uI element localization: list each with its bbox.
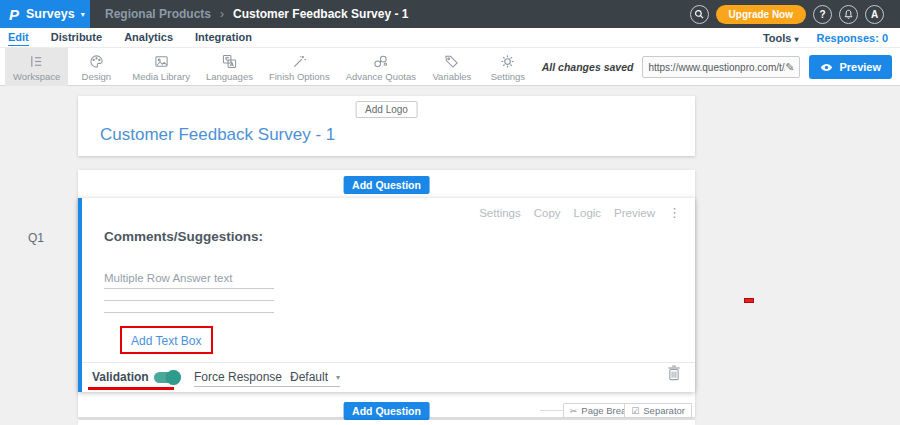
topbar-actions: Upgrade Now ? A <box>690 0 884 28</box>
questionpro-survey-editor: P Surveys ▾ Regional Products › Customer… <box>0 0 900 425</box>
toolbar-item-label: Workspace <box>13 71 60 82</box>
help-button[interactable]: ? <box>813 5 832 24</box>
toolbar-item-media-library[interactable]: Media Library <box>124 48 198 86</box>
palette-icon <box>89 54 104 69</box>
responses-count-link[interactable]: Responses: 0 <box>816 32 888 44</box>
force-response-dropdown[interactable]: Force Response ▾ <box>194 370 294 387</box>
toolbar-item-settings[interactable]: Settings <box>480 48 536 86</box>
toolbar-right: All changes saved ✎ Preview <box>542 48 892 86</box>
question-copy-link[interactable]: Copy <box>534 207 561 219</box>
red-annotation-dash <box>744 298 754 303</box>
toolbar-item-design[interactable]: Design <box>68 48 124 86</box>
question-preview-link[interactable]: Preview <box>614 207 655 219</box>
search-button[interactable] <box>690 5 709 24</box>
menu-tab-distribute[interactable]: Distribute <box>51 30 102 45</box>
menu-tab-edit[interactable]: Edit <box>8 30 29 46</box>
validation-annotation-underline <box>88 387 174 390</box>
magic-wand-icon <box>292 54 307 69</box>
preview-label: Preview <box>839 61 881 73</box>
answer-placeholder: Multiple Row Answer text <box>104 272 232 284</box>
topbar: P Surveys ▾ Regional Products › Customer… <box>0 0 900 28</box>
edit-url-pencil-icon[interactable]: ✎ <box>785 61 794 74</box>
question-menu: Settings Copy Logic Preview ⋮ <box>479 207 681 219</box>
breadcrumb-current: Customer Feedback Survey - 1 <box>233 7 408 21</box>
toolbar-item-label: Advance Quotas <box>346 71 416 82</box>
bell-icon <box>843 9 854 20</box>
validation-toggle[interactable] <box>154 372 179 383</box>
question-logic-link[interactable]: Logic <box>574 207 602 219</box>
toolbar-item-label: Design <box>82 71 112 82</box>
next-section-card-edge <box>78 420 695 425</box>
question-mark-icon: ? <box>819 9 825 20</box>
notifications-button[interactable] <box>839 5 858 24</box>
question-text[interactable]: Comments/Suggestions: <box>104 229 263 244</box>
caret-down-icon: ▾ <box>336 373 340 382</box>
workspace-icon <box>29 54 44 69</box>
trash-icon <box>667 365 681 381</box>
breadcrumb: Regional Products › Customer Feedback Su… <box>105 0 408 28</box>
tag-icon <box>444 54 459 69</box>
add-text-box-annotation-box: Add Text Box <box>120 326 213 354</box>
translate-icon <box>222 54 237 69</box>
question-card: Settings Copy Logic Preview ⋮ Comments/S… <box>78 198 695 392</box>
add-question-button-bottom[interactable]: Add Question <box>343 402 430 420</box>
force-response-label: Force Response <box>194 370 282 384</box>
more-options-icon[interactable]: ⋮ <box>668 207 681 219</box>
menu-tab-analytics[interactable]: Analytics <box>124 30 173 45</box>
answer-row-line <box>104 300 274 301</box>
answer-row-line <box>104 288 274 289</box>
toolbar-items: Workspace Design Media Library Languages… <box>5 48 536 86</box>
quota-links-icon <box>373 54 388 69</box>
menu-items: Edit Distribute Analytics Integration <box>8 28 252 47</box>
eye-icon <box>820 63 833 72</box>
save-status: All changes saved <box>542 61 634 73</box>
toolbar-item-label: Variables <box>432 71 471 82</box>
validation-label: Validation <box>92 370 149 384</box>
add-text-box-link[interactable]: Add Text Box <box>131 334 202 348</box>
question-section: Add Question Settings Copy Logic Preview… <box>78 170 695 417</box>
menubar-right: Tools ▾ Responses: 0 <box>763 28 888 47</box>
toolbar-item-variables[interactable]: Variables <box>424 48 480 86</box>
toolbar-item-finish-options[interactable]: Finish Options <box>261 48 338 86</box>
page-break-icon: ✂ <box>570 406 578 416</box>
account-avatar[interactable]: A <box>865 5 884 24</box>
breadcrumb-parent[interactable]: Regional Products <box>105 7 211 21</box>
survey-url-input[interactable] <box>648 62 785 73</box>
product-name: Surveys <box>26 7 75 21</box>
menubar: Edit Distribute Analytics Integration To… <box>0 28 900 47</box>
upgrade-now-button[interactable]: Upgrade Now <box>716 5 806 24</box>
separator-checkbox-icon: ☑ <box>631 406 639 416</box>
product-switcher[interactable]: P Surveys ▾ <box>0 0 90 28</box>
default-dropdown[interactable]: Default ▾ <box>290 370 340 387</box>
preview-button[interactable]: Preview <box>809 55 892 79</box>
delete-question-button[interactable] <box>667 365 681 384</box>
gear-icon <box>500 54 515 69</box>
tools-dropdown[interactable]: Tools ▾ <box>763 32 799 44</box>
caret-down-icon: ▾ <box>794 35 798 44</box>
toolbar-item-label: Finish Options <box>269 71 330 82</box>
toolbar-item-languages[interactable]: Languages <box>198 48 261 86</box>
add-question-button-top[interactable]: Add Question <box>343 176 430 194</box>
breadcrumb-separator-icon: › <box>220 7 224 21</box>
caret-down-icon: ▾ <box>81 10 85 19</box>
survey-url-field[interactable]: ✎ <box>642 56 800 78</box>
default-label: Default <box>290 370 328 384</box>
avatar-initial: A <box>871 9 878 20</box>
toolbar-item-advance-quotas[interactable]: Advance Quotas <box>338 48 424 86</box>
survey-title[interactable]: Customer Feedback Survey - 1 <box>100 125 335 145</box>
separator-label: Separator <box>643 405 685 416</box>
toggle-knob <box>166 370 181 385</box>
menu-tab-integration[interactable]: Integration <box>195 30 252 45</box>
survey-header-card: Add Logo Customer Feedback Survey - 1 <box>78 96 695 156</box>
add-logo-button[interactable]: Add Logo <box>355 101 418 118</box>
question-number-label: Q1 <box>28 231 44 245</box>
separator-button[interactable]: ☑ Separator <box>624 403 692 418</box>
toolbar-item-label: Settings <box>491 71 525 82</box>
toolbar-item-workspace[interactable]: Workspace <box>5 48 68 86</box>
toolbar-item-label: Media Library <box>132 71 190 82</box>
questionpro-logo-icon: P <box>9 6 19 23</box>
question-settings-link[interactable]: Settings <box>479 207 521 219</box>
search-icon <box>694 9 704 19</box>
question-footer-divider <box>82 362 695 363</box>
image-icon <box>154 54 169 69</box>
